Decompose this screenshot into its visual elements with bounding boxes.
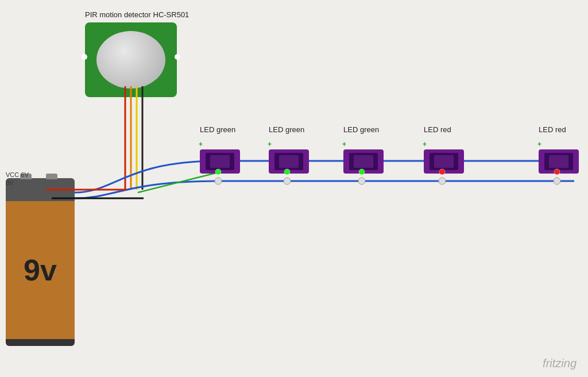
svg-point-10 — [215, 178, 222, 184]
svg-text:+: + — [342, 140, 346, 148]
circuit-canvas: PIR motion detector HC-SR501 9v VCC 6V 0… — [0, 0, 588, 377]
svg-rect-21 — [210, 155, 230, 168]
svg-point-22 — [215, 169, 221, 175]
svg-rect-40 — [544, 153, 573, 170]
svg-point-12 — [284, 178, 291, 184]
svg-rect-29 — [343, 149, 384, 174]
svg-point-15 — [439, 157, 446, 164]
svg-point-14 — [358, 178, 365, 184]
battery-label: 9v — [24, 253, 57, 287]
battery-bottom — [6, 339, 75, 346]
svg-rect-24 — [269, 149, 309, 174]
svg-point-42 — [554, 169, 560, 175]
pir-board — [85, 22, 177, 97]
svg-line-8 — [138, 172, 218, 193]
led-label-4: LED red — [424, 125, 451, 134]
svg-rect-19 — [200, 149, 240, 174]
pir-dome — [96, 31, 165, 89]
pir-pin-right — [175, 54, 180, 60]
led-label-3: LED green — [343, 125, 379, 134]
svg-point-37 — [439, 169, 445, 175]
fritzing-logo: fritzing — [543, 357, 577, 370]
gnd-label: 0V — [6, 179, 13, 186]
svg-rect-25 — [274, 153, 303, 170]
svg-point-16 — [439, 178, 446, 184]
pir-pin-left — [82, 54, 87, 60]
battery-top — [6, 178, 75, 201]
battery-terminal-negative — [46, 174, 57, 179]
battery-body: 9v — [6, 201, 75, 339]
svg-point-17 — [554, 157, 560, 164]
svg-rect-35 — [430, 153, 458, 170]
led-label-1: LED green — [200, 125, 235, 134]
led-label-2: LED green — [269, 125, 304, 134]
svg-rect-20 — [206, 153, 234, 170]
svg-point-32 — [359, 169, 365, 175]
svg-point-18 — [554, 178, 560, 184]
svg-point-9 — [215, 157, 222, 164]
svg-rect-31 — [354, 155, 373, 168]
svg-point-11 — [284, 157, 291, 164]
svg-rect-36 — [434, 155, 454, 168]
svg-point-13 — [358, 157, 365, 164]
svg-rect-41 — [549, 155, 568, 168]
led-label-5: LED red — [539, 125, 566, 134]
svg-rect-26 — [279, 155, 299, 168]
pir-sensor: PIR motion detector HC-SR501 — [85, 10, 177, 97]
svg-rect-39 — [539, 149, 579, 174]
svg-text:+: + — [537, 140, 541, 148]
svg-rect-34 — [424, 149, 464, 174]
svg-rect-30 — [349, 153, 378, 170]
battery: 9v — [6, 178, 75, 339]
svg-point-27 — [284, 169, 290, 175]
svg-text:+: + — [199, 140, 203, 148]
pir-label: PIR motion detector HC-SR501 — [85, 10, 177, 19]
vcc-label: VCC 6V — [6, 171, 29, 178]
svg-text:+: + — [423, 140, 427, 148]
svg-text:+: + — [268, 140, 272, 148]
